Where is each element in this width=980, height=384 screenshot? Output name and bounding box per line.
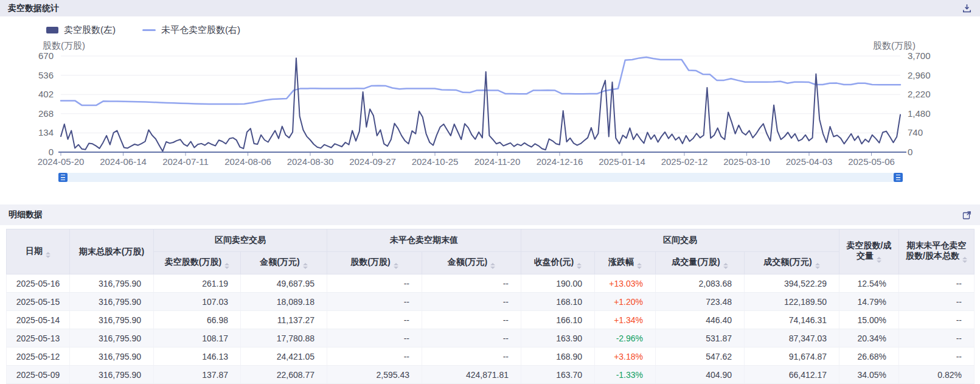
chart-plot-area[interactable]: 6705364022681340 3,7002,9602,2201,480740… <box>0 37 980 175</box>
legend-item-short-shares[interactable]: 卖空股数(左) <box>46 24 116 36</box>
cell-value: -- <box>422 329 521 347</box>
cell-value: 547.62 <box>656 347 745 366</box>
x-axis-label: 2025-03-10 <box>723 156 770 167</box>
cell-value: 261.19 <box>154 274 241 293</box>
download-icon[interactable] <box>962 4 971 13</box>
cell-value: -- <box>422 311 521 329</box>
col-header-short-ratio[interactable]: 卖空股数/成交量 <box>839 229 899 274</box>
table-row[interactable]: 2025-05-15316,795.90107.0318,089.18----1… <box>7 293 975 311</box>
cell-value: 146.13 <box>154 347 241 366</box>
cell-value: 14.79% <box>839 293 899 311</box>
right-axis-tick: 2,960 <box>908 69 956 82</box>
cell-value: 316,795.90 <box>70 347 154 366</box>
col-header-close-price[interactable]: 收盘价(元) <box>521 252 595 274</box>
cell-value: 26.68% <box>839 347 899 366</box>
table-row[interactable]: 2025-05-12316,795.90146.1324,421.05----1… <box>7 347 975 366</box>
col-header-short-shares[interactable]: 卖空股数(万股) <box>154 252 241 274</box>
cell-value: -- <box>899 311 975 329</box>
cell-value: -- <box>899 274 975 293</box>
sort-icon[interactable] <box>962 257 967 263</box>
sort-icon[interactable] <box>303 263 308 269</box>
cell-value: 108.17 <box>154 329 241 347</box>
cell-value: 107.03 <box>154 293 241 311</box>
cell-value: 723.48 <box>656 293 745 311</box>
col-header-oi-amount[interactable]: 金额(万元) <box>422 252 521 274</box>
x-axis-label: 2024-08-30 <box>287 156 334 167</box>
cell-value: 190.00 <box>521 274 595 293</box>
table-row[interactable]: 2025-05-09316,795.90137.8722,608.772,595… <box>7 366 975 384</box>
cell-value: -- <box>899 293 975 311</box>
x-axis-label: 2025-02-12 <box>661 156 708 167</box>
cell-value: 15.00% <box>839 311 899 329</box>
cell-date: 2025-05-13 <box>7 329 70 347</box>
left-axis-tick: 402 <box>17 88 54 100</box>
cell-value: +1.34% <box>595 311 656 329</box>
cell-value: 12.54% <box>839 274 899 293</box>
x-axis-label: 2024-11-20 <box>474 156 521 167</box>
sort-icon[interactable] <box>490 263 495 269</box>
cell-value: 163.90 <box>521 329 595 347</box>
col-header-change[interactable]: 涨跌幅 <box>595 252 656 274</box>
detail-section-header: 明细数据 <box>0 204 980 225</box>
cell-value: -- <box>422 274 521 293</box>
cell-value: +3.18% <box>595 347 656 366</box>
legend-swatch-bar-icon <box>46 27 58 33</box>
cell-value: 74,146.31 <box>745 311 839 329</box>
cell-value: 24,421.05 <box>241 347 327 366</box>
sort-icon[interactable] <box>394 263 398 269</box>
cell-value: 394,522.29 <box>745 274 839 293</box>
slider-handle-right[interactable] <box>894 173 903 182</box>
x-axis-label: 2024-06-14 <box>100 156 147 167</box>
legend-swatch-line-icon <box>142 29 156 31</box>
table-row[interactable]: 2025-05-16316,795.90261.1949,687.95----1… <box>7 274 975 293</box>
cell-value: -- <box>422 347 521 366</box>
slider-handle-left[interactable] <box>58 173 68 182</box>
chart-card-header: 卖空数据统计 <box>0 0 980 16</box>
chart-zoom-slider[interactable] <box>58 173 903 182</box>
cell-value: 424,871.81 <box>422 366 521 384</box>
drag-handle-icon <box>61 175 65 180</box>
col-header-date[interactable]: 日期 <box>7 229 70 274</box>
cell-value: 316,795.90 <box>70 311 154 329</box>
detail-section-title: 明细数据 <box>9 209 43 220</box>
cell-value: 166.10 <box>521 311 595 329</box>
cell-value: 168.10 <box>521 293 595 311</box>
sort-icon[interactable] <box>637 263 642 269</box>
cell-value: -- <box>327 329 422 347</box>
cell-value: 316,795.90 <box>70 329 154 347</box>
col-header-oi-ratio[interactable]: 期末未平仓卖空股数/股本总数 <box>899 229 975 274</box>
col-header-oi-shares[interactable]: 股数(万股) <box>327 252 422 274</box>
right-axis-tick: 740 <box>908 127 956 139</box>
right-axis-tick: 2,220 <box>908 88 956 100</box>
table-row[interactable]: 2025-05-14316,795.9066.9811,137.27----16… <box>7 311 975 329</box>
right-axis-tick: 3,700 <box>908 50 956 62</box>
legend-item-open-short-shares[interactable]: 未平仓卖空股数(右) <box>142 24 240 36</box>
cell-value: 316,795.90 <box>70 293 154 311</box>
cell-date: 2025-05-14 <box>7 311 70 329</box>
sort-icon[interactable] <box>224 263 229 269</box>
col-header-short-amount[interactable]: 金额(万元) <box>241 252 327 274</box>
sort-icon[interactable] <box>723 263 728 269</box>
x-axis-label: 2024-10-25 <box>412 156 459 167</box>
short-selling-stats-card: 卖空数据统计 卖空股数(左) 未平仓卖空股数(右) 股数(万股) 股数(万股) … <box>0 0 980 196</box>
sort-icon[interactable] <box>877 257 881 263</box>
chart-title: 卖空数据统计 <box>8 3 59 14</box>
cell-value: 316,795.90 <box>70 366 154 384</box>
col-header-turnover[interactable]: 成交额(万元) <box>745 252 839 274</box>
cell-value: 404.90 <box>656 366 745 384</box>
cell-date: 2025-05-15 <box>7 293 70 311</box>
cell-value: 122,189.50 <box>745 293 839 311</box>
sort-icon[interactable] <box>46 252 50 258</box>
cell-value: -- <box>327 311 422 329</box>
legend-label: 卖空股数(左) <box>64 24 116 36</box>
sort-icon[interactable] <box>815 263 820 269</box>
cell-value: -- <box>327 274 422 293</box>
table-row[interactable]: 2025-05-13316,795.90108.1717,780.88----1… <box>7 329 975 347</box>
col-header-volume[interactable]: 成交量(万股) <box>656 252 745 274</box>
group-header-short-trade: 区间卖空交易 <box>154 229 327 252</box>
slider-track[interactable] <box>68 173 894 182</box>
expand-icon[interactable] <box>962 211 971 220</box>
cell-value: 11,137.27 <box>241 311 327 329</box>
sort-icon[interactable] <box>577 263 582 269</box>
cell-value: -1.33% <box>595 366 656 384</box>
